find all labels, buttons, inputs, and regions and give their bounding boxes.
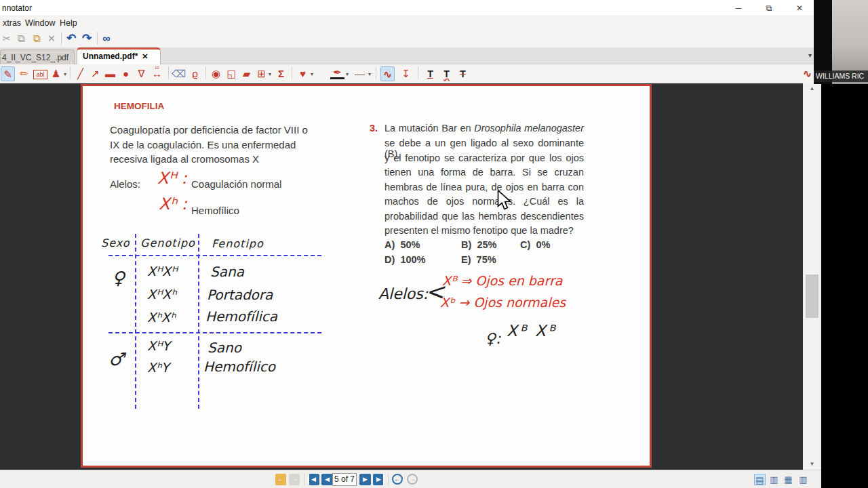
status-bar: ← → ◀ ◀ 5 of 7 ▶ ▶ ← → ▤ ▥ ▦ ▥ <box>0 470 821 488</box>
genotype-cell: XʰXʰ <box>147 310 175 325</box>
auto-scroll-icon[interactable]: ↧ <box>399 66 413 81</box>
pen-color-icon[interactable]: ✒ <box>330 66 344 79</box>
line-width-icon[interactable]: — <box>353 66 367 81</box>
doc-paragraph-line: recesiva ligada al cromosomas X <box>110 152 308 167</box>
paste-icon[interactable]: ⧉ <box>30 32 43 45</box>
stamp-dropdown-icon[interactable]: ▾ <box>64 71 66 77</box>
pen-tool-icon[interactable]: ✎ <box>1 66 15 81</box>
first-page-icon[interactable]: ◀ <box>308 474 319 485</box>
table-vertical-line <box>135 234 136 409</box>
eraser-tool-icon[interactable]: ⌫ <box>172 66 186 81</box>
copy-icon[interactable]: ⧉ <box>14 32 28 45</box>
text-squiggle-icon[interactable]: T <box>439 66 454 81</box>
menu-extras[interactable]: xtras <box>0 18 24 28</box>
crop-tool-icon[interactable]: ◱ <box>224 66 239 81</box>
tab-document-1[interactable]: 4_II_VC_S12_.pdf <box>0 49 75 64</box>
document-view-area: HEMOFILIA Coagulopatía por deficiencia d… <box>0 83 821 470</box>
scroll-up-icon[interactable]: ▲ <box>803 83 821 94</box>
allele-h2-description: Hemofílico <box>191 205 239 216</box>
undo-icon[interactable]: ↶ <box>64 32 78 45</box>
scrollbar-thumb[interactable] <box>806 274 818 318</box>
document-tab-bar: 4_II_VC_S12_.pdf Unnamed.pdf*✕ ▾ <box>0 47 821 64</box>
previous-page-icon[interactable]: ◀ <box>321 474 333 485</box>
menu-bar: xtras Window Help <box>0 16 821 30</box>
option-value: 75% <box>477 254 496 265</box>
alelos-label: Alelos: <box>110 178 140 190</box>
rectangle-tool-icon[interactable]: ▬ <box>103 66 117 81</box>
delete-icon[interactable]: ✕ <box>45 32 58 45</box>
favorites-heart-icon[interactable]: ♥ <box>296 66 310 81</box>
layout-book-view-icon[interactable]: ▥ <box>797 474 809 485</box>
lasso-tool-icon[interactable]: ϱ <box>188 66 202 81</box>
text-tool-icon[interactable]: abl <box>33 70 47 79</box>
tab-close-icon[interactable]: ✕ <box>142 52 148 60</box>
question-line: probabilidad que las hembras descendient… <box>384 211 584 222</box>
curve-tool-right-icon[interactable]: ∿ <box>800 66 814 81</box>
snapshot-camera-icon[interactable]: ◉ <box>209 66 223 81</box>
doc-paragraph-line: Coagulopatía por deficiencia de factor V… <box>110 123 308 138</box>
smooth-curve-icon[interactable]: ∿ <box>380 66 395 81</box>
next-page-icon[interactable]: ▶ <box>359 474 371 485</box>
desktop: nnotator ─ ⧉ ✕ xtras Window Help ✂ ⧉ ⧉ ✕… <box>0 0 868 488</box>
find-binoculars-icon[interactable]: ∞ <box>100 32 113 45</box>
layout-single-page-icon[interactable]: ▤ <box>754 474 766 485</box>
last-page-icon[interactable]: ▶ <box>373 474 384 485</box>
arrow-tool-icon[interactable]: ↗ <box>88 66 102 81</box>
tab-document-active[interactable]: Unnamed.pdf*✕ <box>77 47 161 64</box>
scroll-down-icon[interactable]: ▼ <box>803 459 821 470</box>
annotation-allele-bar: Xᴮ ⇒ Ojos en barra <box>442 273 562 288</box>
option-label: E) <box>461 254 471 265</box>
title-bar: nnotator ─ ⧉ ✕ <box>0 0 821 16</box>
vertical-scrollbar[interactable]: ▲ ▼ <box>803 83 821 470</box>
restore-button[interactable]: ⧉ <box>759 1 779 15</box>
video-call-tile[interactable]: WILLIAMS RIC <box>814 0 868 84</box>
line-tool-icon[interactable]: ╱ <box>73 66 87 81</box>
marker-tool-icon[interactable]: ✏ <box>17 66 31 81</box>
pdf-page: HEMOFILIA Coagulopatía por deficiencia d… <box>81 84 652 468</box>
allele-h-symbol: Xᴴ : <box>157 169 187 188</box>
option-a: A) 50% <box>384 239 420 250</box>
question-line: La mutación Bar en Drosophila melanogast… <box>384 123 584 134</box>
redo-icon[interactable]: ↷ <box>80 32 94 45</box>
question-line: machos de ojos normales. ¿Cuál es la <box>384 196 584 207</box>
previous-view-page-icon[interactable]: ← <box>275 474 286 485</box>
history-back-icon[interactable]: ← <box>392 474 403 485</box>
toolbar-separator <box>376 66 376 79</box>
option-e: E) 75% <box>461 254 496 265</box>
toolbar-separator <box>97 32 98 45</box>
ruler-tool-icon[interactable]: ▰ <box>239 66 254 81</box>
image-dropdown-icon[interactable]: ▾ <box>269 71 271 77</box>
window-title: nnotator <box>2 3 32 13</box>
menu-window[interactable]: Window <box>22 18 58 28</box>
layout-continuous-icon[interactable]: ▥ <box>768 474 780 485</box>
layout-facing-pages-icon[interactable]: ▦ <box>783 474 794 485</box>
sigma-symbols-icon[interactable]: Σ <box>274 66 288 81</box>
phenotype-cell: Hemofílica <box>205 308 277 325</box>
toolbar-separator <box>61 32 62 45</box>
favorites-dropdown-icon[interactable]: ▾ <box>311 71 313 77</box>
text-strikeout-icon[interactable]: T <box>456 66 470 81</box>
next-view-page-icon[interactable]: → <box>289 474 300 485</box>
annotation-female-symbol: ♀: <box>485 330 501 347</box>
stamp-tool-icon[interactable]: ♟ <box>49 66 63 81</box>
question-line: y el fenotipo se caracteriza por que los… <box>384 152 584 163</box>
insert-image-icon[interactable]: ⊞ <box>254 66 269 81</box>
ellipse-tool-icon[interactable]: ● <box>119 66 133 81</box>
line-width-dropdown-icon[interactable]: ▾ <box>368 71 371 77</box>
page-indicator-input[interactable]: 5 of 7 <box>332 473 357 486</box>
close-button[interactable]: ✕ <box>789 1 810 15</box>
polygon-tool-icon[interactable]: ∇ <box>134 66 149 81</box>
cut-icon[interactable]: ✂ <box>0 32 14 45</box>
allele-h2-symbol: Xʰ : <box>159 195 187 214</box>
doc-paragraph: Coagulopatía por deficiencia de factor V… <box>110 123 308 167</box>
minimize-button[interactable]: ─ <box>728 1 749 15</box>
annotation-alelos-label: Alelos: <box>378 285 428 302</box>
statusbar-separator <box>304 474 304 485</box>
option-label: B) <box>461 239 471 250</box>
participant-name-label: WILLIAMS RIC <box>814 70 868 82</box>
history-forward-icon[interactable]: → <box>407 474 418 485</box>
pen-color-dropdown-icon[interactable]: ▾ <box>346 71 349 77</box>
tab-overflow-icon[interactable]: ▾ <box>808 52 812 59</box>
text-underline-icon[interactable]: T <box>423 66 437 81</box>
menu-help[interactable]: Help <box>57 18 80 28</box>
